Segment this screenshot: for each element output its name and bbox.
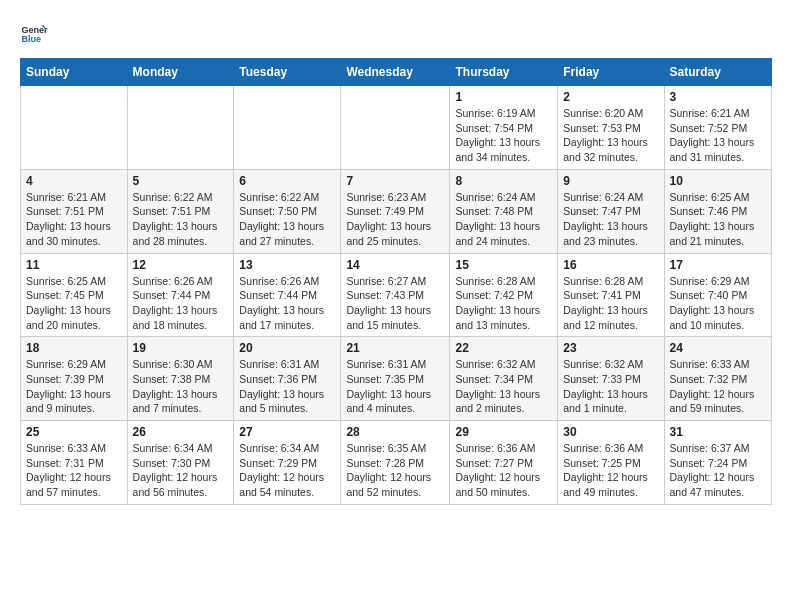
day-number: 7 <box>346 174 444 188</box>
day-info: Sunrise: 6:36 AM Sunset: 7:27 PM Dayligh… <box>455 441 552 500</box>
calendar-cell: 30Sunrise: 6:36 AM Sunset: 7:25 PM Dayli… <box>558 421 664 505</box>
day-number: 2 <box>563 90 658 104</box>
day-number: 9 <box>563 174 658 188</box>
calendar-cell: 20Sunrise: 6:31 AM Sunset: 7:36 PM Dayli… <box>234 337 341 421</box>
day-info: Sunrise: 6:33 AM Sunset: 7:31 PM Dayligh… <box>26 441 122 500</box>
day-info: Sunrise: 6:34 AM Sunset: 7:29 PM Dayligh… <box>239 441 335 500</box>
calendar-cell: 12Sunrise: 6:26 AM Sunset: 7:44 PM Dayli… <box>127 253 234 337</box>
weekday-header: Tuesday <box>234 59 341 86</box>
day-number: 19 <box>133 341 229 355</box>
day-info: Sunrise: 6:23 AM Sunset: 7:49 PM Dayligh… <box>346 190 444 249</box>
calendar-cell: 21Sunrise: 6:31 AM Sunset: 7:35 PM Dayli… <box>341 337 450 421</box>
day-number: 30 <box>563 425 658 439</box>
day-number: 22 <box>455 341 552 355</box>
weekday-header: Thursday <box>450 59 558 86</box>
calendar-cell: 17Sunrise: 6:29 AM Sunset: 7:40 PM Dayli… <box>664 253 772 337</box>
day-info: Sunrise: 6:36 AM Sunset: 7:25 PM Dayligh… <box>563 441 658 500</box>
day-number: 29 <box>455 425 552 439</box>
day-number: 23 <box>563 341 658 355</box>
day-number: 8 <box>455 174 552 188</box>
calendar-week-row: 1Sunrise: 6:19 AM Sunset: 7:54 PM Daylig… <box>21 86 772 170</box>
day-info: Sunrise: 6:28 AM Sunset: 7:42 PM Dayligh… <box>455 274 552 333</box>
day-info: Sunrise: 6:27 AM Sunset: 7:43 PM Dayligh… <box>346 274 444 333</box>
day-info: Sunrise: 6:22 AM Sunset: 7:50 PM Dayligh… <box>239 190 335 249</box>
calendar-week-row: 11Sunrise: 6:25 AM Sunset: 7:45 PM Dayli… <box>21 253 772 337</box>
weekday-header: Monday <box>127 59 234 86</box>
calendar-week-row: 4Sunrise: 6:21 AM Sunset: 7:51 PM Daylig… <box>21 169 772 253</box>
calendar-cell <box>21 86 128 170</box>
weekday-header: Friday <box>558 59 664 86</box>
day-info: Sunrise: 6:26 AM Sunset: 7:44 PM Dayligh… <box>133 274 229 333</box>
calendar-cell: 7Sunrise: 6:23 AM Sunset: 7:49 PM Daylig… <box>341 169 450 253</box>
header: General Blue <box>20 20 772 48</box>
calendar-cell: 10Sunrise: 6:25 AM Sunset: 7:46 PM Dayli… <box>664 169 772 253</box>
day-info: Sunrise: 6:19 AM Sunset: 7:54 PM Dayligh… <box>455 106 552 165</box>
day-number: 18 <box>26 341 122 355</box>
day-info: Sunrise: 6:29 AM Sunset: 7:40 PM Dayligh… <box>670 274 767 333</box>
day-info: Sunrise: 6:31 AM Sunset: 7:36 PM Dayligh… <box>239 357 335 416</box>
calendar-cell: 14Sunrise: 6:27 AM Sunset: 7:43 PM Dayli… <box>341 253 450 337</box>
calendar-cell: 6Sunrise: 6:22 AM Sunset: 7:50 PM Daylig… <box>234 169 341 253</box>
calendar-table: SundayMondayTuesdayWednesdayThursdayFrid… <box>20 58 772 505</box>
logo-icon: General Blue <box>20 20 48 48</box>
weekday-header: Saturday <box>664 59 772 86</box>
day-number: 31 <box>670 425 767 439</box>
calendar-cell: 25Sunrise: 6:33 AM Sunset: 7:31 PM Dayli… <box>21 421 128 505</box>
day-info: Sunrise: 6:21 AM Sunset: 7:51 PM Dayligh… <box>26 190 122 249</box>
day-number: 21 <box>346 341 444 355</box>
day-info: Sunrise: 6:29 AM Sunset: 7:39 PM Dayligh… <box>26 357 122 416</box>
calendar-cell: 22Sunrise: 6:32 AM Sunset: 7:34 PM Dayli… <box>450 337 558 421</box>
calendar-cell: 15Sunrise: 6:28 AM Sunset: 7:42 PM Dayli… <box>450 253 558 337</box>
day-number: 10 <box>670 174 767 188</box>
calendar-cell: 9Sunrise: 6:24 AM Sunset: 7:47 PM Daylig… <box>558 169 664 253</box>
calendar-week-row: 25Sunrise: 6:33 AM Sunset: 7:31 PM Dayli… <box>21 421 772 505</box>
calendar-cell: 11Sunrise: 6:25 AM Sunset: 7:45 PM Dayli… <box>21 253 128 337</box>
weekday-header: Sunday <box>21 59 128 86</box>
day-number: 3 <box>670 90 767 104</box>
day-info: Sunrise: 6:21 AM Sunset: 7:52 PM Dayligh… <box>670 106 767 165</box>
calendar-cell: 31Sunrise: 6:37 AM Sunset: 7:24 PM Dayli… <box>664 421 772 505</box>
calendar-cell: 4Sunrise: 6:21 AM Sunset: 7:51 PM Daylig… <box>21 169 128 253</box>
calendar-cell <box>341 86 450 170</box>
calendar-cell <box>234 86 341 170</box>
day-number: 1 <box>455 90 552 104</box>
day-number: 17 <box>670 258 767 272</box>
day-info: Sunrise: 6:32 AM Sunset: 7:34 PM Dayligh… <box>455 357 552 416</box>
day-info: Sunrise: 6:35 AM Sunset: 7:28 PM Dayligh… <box>346 441 444 500</box>
calendar-body: 1Sunrise: 6:19 AM Sunset: 7:54 PM Daylig… <box>21 86 772 505</box>
day-number: 28 <box>346 425 444 439</box>
calendar-cell: 1Sunrise: 6:19 AM Sunset: 7:54 PM Daylig… <box>450 86 558 170</box>
calendar-cell: 13Sunrise: 6:26 AM Sunset: 7:44 PM Dayli… <box>234 253 341 337</box>
day-number: 15 <box>455 258 552 272</box>
calendar-cell: 18Sunrise: 6:29 AM Sunset: 7:39 PM Dayli… <box>21 337 128 421</box>
calendar-cell: 5Sunrise: 6:22 AM Sunset: 7:51 PM Daylig… <box>127 169 234 253</box>
day-number: 13 <box>239 258 335 272</box>
day-info: Sunrise: 6:30 AM Sunset: 7:38 PM Dayligh… <box>133 357 229 416</box>
day-info: Sunrise: 6:25 AM Sunset: 7:46 PM Dayligh… <box>670 190 767 249</box>
day-number: 14 <box>346 258 444 272</box>
calendar-cell: 8Sunrise: 6:24 AM Sunset: 7:48 PM Daylig… <box>450 169 558 253</box>
weekday-header: Wednesday <box>341 59 450 86</box>
calendar-cell: 19Sunrise: 6:30 AM Sunset: 7:38 PM Dayli… <box>127 337 234 421</box>
day-info: Sunrise: 6:25 AM Sunset: 7:45 PM Dayligh… <box>26 274 122 333</box>
calendar-cell: 24Sunrise: 6:33 AM Sunset: 7:32 PM Dayli… <box>664 337 772 421</box>
calendar-cell: 29Sunrise: 6:36 AM Sunset: 7:27 PM Dayli… <box>450 421 558 505</box>
day-info: Sunrise: 6:20 AM Sunset: 7:53 PM Dayligh… <box>563 106 658 165</box>
calendar-cell: 23Sunrise: 6:32 AM Sunset: 7:33 PM Dayli… <box>558 337 664 421</box>
calendar-cell: 2Sunrise: 6:20 AM Sunset: 7:53 PM Daylig… <box>558 86 664 170</box>
day-number: 6 <box>239 174 335 188</box>
calendar-cell: 27Sunrise: 6:34 AM Sunset: 7:29 PM Dayli… <box>234 421 341 505</box>
calendar-cell <box>127 86 234 170</box>
logo: General Blue <box>20 20 48 48</box>
day-number: 12 <box>133 258 229 272</box>
day-info: Sunrise: 6:24 AM Sunset: 7:48 PM Dayligh… <box>455 190 552 249</box>
calendar-cell: 3Sunrise: 6:21 AM Sunset: 7:52 PM Daylig… <box>664 86 772 170</box>
calendar-cell: 16Sunrise: 6:28 AM Sunset: 7:41 PM Dayli… <box>558 253 664 337</box>
day-info: Sunrise: 6:28 AM Sunset: 7:41 PM Dayligh… <box>563 274 658 333</box>
svg-text:Blue: Blue <box>21 34 41 44</box>
day-info: Sunrise: 6:34 AM Sunset: 7:30 PM Dayligh… <box>133 441 229 500</box>
day-info: Sunrise: 6:26 AM Sunset: 7:44 PM Dayligh… <box>239 274 335 333</box>
day-info: Sunrise: 6:22 AM Sunset: 7:51 PM Dayligh… <box>133 190 229 249</box>
calendar-header-row: SundayMondayTuesdayWednesdayThursdayFrid… <box>21 59 772 86</box>
day-info: Sunrise: 6:24 AM Sunset: 7:47 PM Dayligh… <box>563 190 658 249</box>
